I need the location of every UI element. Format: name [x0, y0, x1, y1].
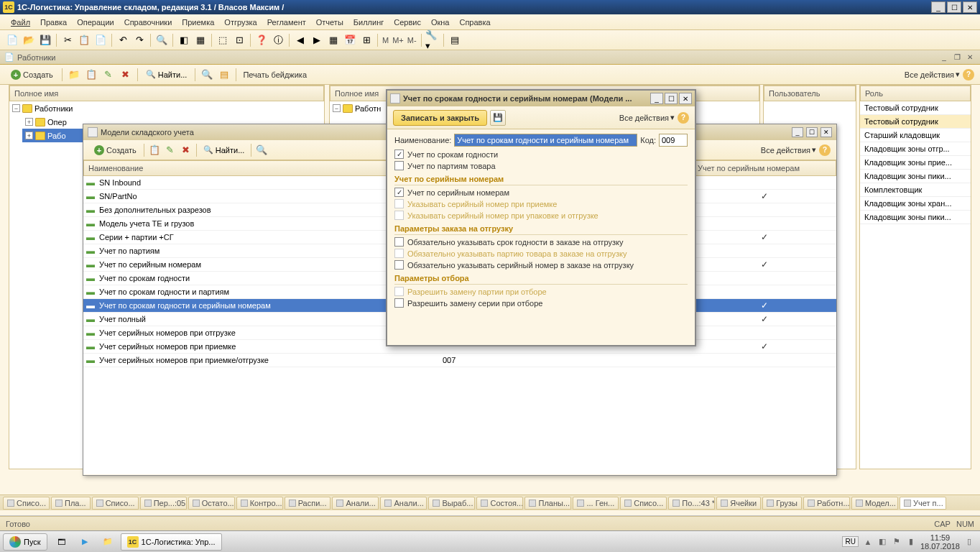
window-tab[interactable]: Состоя... — [476, 497, 523, 510]
menu-windows[interactable]: Окна — [426, 17, 455, 28]
menu-service[interactable]: Сервис — [389, 17, 426, 28]
menu-reports[interactable]: Отчеты — [311, 17, 348, 28]
workers-all-actions[interactable]: Все действия ▾ — [905, 70, 960, 79]
calc-icon[interactable]: ▦ — [325, 32, 341, 48]
models-edit-icon[interactable]: ✎ — [162, 142, 178, 158]
expand-icon[interactable]: + — [25, 132, 33, 139]
menu-shipping[interactable]: Отгрузка — [219, 17, 262, 28]
tool-icon-6[interactable]: ▤ — [447, 32, 463, 48]
dialog-all-actions[interactable]: Все действия ▾ — [619, 113, 675, 122]
menu-reglament[interactable]: Регламент — [262, 17, 311, 28]
window-tab[interactable]: Списо... — [92, 497, 139, 510]
window-tab[interactable]: Пер...:05 — [140, 497, 187, 510]
dialog-minimize-icon[interactable]: _ — [650, 93, 663, 104]
role-row[interactable]: Кладовщик зоны отгр... — [860, 142, 971, 156]
nav-fwd-icon[interactable]: ▶ — [309, 32, 325, 48]
menu-file[interactable]: Файл — [6, 17, 35, 28]
info-icon[interactable]: ⓘ — [270, 32, 286, 48]
col-serial-header[interactable]: Учет по серийным номерам — [693, 160, 836, 176]
save-icon[interactable]: 💾 — [37, 32, 53, 48]
code-input[interactable] — [659, 134, 688, 147]
save-close-button[interactable]: Записать и закрыть — [393, 110, 487, 126]
window-tab[interactable]: Учет п... — [900, 497, 946, 510]
role-row[interactable]: Комплектовщик — [860, 183, 971, 197]
role-row[interactable]: Кладовщик зоны хран... — [860, 197, 971, 211]
name-input[interactable] — [454, 134, 637, 147]
minimize-button[interactable]: _ — [931, 1, 946, 13]
window-tab[interactable]: Планы... — [524, 497, 571, 510]
workers-close-icon[interactable]: ✕ — [964, 52, 976, 63]
start-button[interactable]: Пуск — [3, 533, 47, 551]
dialog-help-icon[interactable]: ? — [678, 112, 689, 124]
dialog-close-icon[interactable]: ✕ — [679, 93, 692, 104]
models-minimize-icon[interactable]: _ — [792, 127, 803, 137]
menu-operations[interactable]: Операции — [72, 17, 119, 28]
copy-icon[interactable]: 📋 — [76, 32, 92, 48]
taskbar-pin-3[interactable]: 📁 — [97, 533, 119, 551]
clear-filter-icon[interactable]: 🔍 — [199, 67, 215, 83]
window-tab[interactable]: Списо... — [620, 497, 667, 510]
taskbar-app-1c[interactable]: 1C 1С-Логистика: Упр... — [121, 533, 222, 551]
nav-back-icon[interactable]: ◀ — [292, 32, 308, 48]
tray-network-icon[interactable]: ▮ — [906, 537, 916, 547]
models-clear-filter-icon[interactable]: 🔍 — [254, 142, 269, 158]
chk-serial[interactable]: ✓ — [394, 188, 404, 197]
workers-help-icon[interactable]: ? — [963, 69, 974, 80]
wrench-icon[interactable]: 🔧▾ — [425, 32, 440, 48]
workers-create-button[interactable]: + Создать — [6, 68, 58, 82]
tray-icon-2[interactable]: ◧ — [877, 537, 887, 547]
tray-flag-icon[interactable]: ⚑ — [892, 537, 902, 547]
workers-find-button[interactable]: 🔍 Найти... — [142, 68, 192, 80]
models-close-icon[interactable]: ✕ — [820, 127, 832, 137]
taskbar-pin-2[interactable]: ▶ — [74, 533, 96, 551]
folder-add-icon[interactable]: 📁 — [66, 67, 82, 83]
chk-expiry[interactable]: ✓ — [394, 150, 404, 159]
tool-icon-2[interactable]: ▦ — [193, 32, 208, 48]
window-tab[interactable]: Работн... — [803, 497, 850, 510]
help-icon[interactable]: ❓ — [254, 32, 269, 48]
dialog-header[interactable]: Учет по срокам годности и серийным номер… — [387, 91, 695, 106]
models-delete-icon[interactable]: ✖ — [178, 142, 194, 158]
window-tab[interactable]: Контро... — [236, 497, 283, 510]
print-badge-button[interactable]: Печать бейджика — [240, 69, 310, 80]
window-tab[interactable]: Анали... — [380, 497, 427, 510]
role-row[interactable]: Тестовый сотрудник — [860, 115, 971, 129]
save-disk-button[interactable]: 💾 — [490, 110, 506, 126]
show-desktop[interactable]: ▯ — [964, 537, 974, 547]
chk-order-expiry[interactable] — [394, 237, 404, 247]
menu-catalogs[interactable]: Справочники — [119, 17, 177, 28]
tool-icon-4[interactable]: ⊡ — [231, 32, 247, 48]
models-help-icon[interactable]: ? — [819, 144, 831, 156]
window-tab[interactable]: Анали... — [332, 497, 379, 510]
menu-help[interactable]: Справка — [454, 17, 495, 28]
clock[interactable]: 11:59 18.07.2018 — [920, 533, 960, 551]
models-all-actions[interactable]: Все действия ▾ — [761, 145, 816, 155]
memory-m[interactable]: M — [381, 36, 390, 45]
role-row[interactable]: Тестовый сотрудник — [860, 101, 971, 115]
user-header[interactable]: Пользователь — [764, 86, 856, 101]
list-icon[interactable]: ▤ — [216, 67, 232, 83]
paste-icon[interactable]: 📄 — [93, 32, 108, 48]
calendar-icon[interactable]: 📅 — [342, 32, 358, 48]
redo-icon[interactable]: ↷ — [131, 32, 147, 48]
models-maximize-icon[interactable]: ☐ — [806, 127, 818, 137]
models-copy-icon[interactable]: 📋 — [147, 142, 162, 158]
col-name-header[interactable]: Наименование — [83, 160, 438, 176]
chk-order-serial[interactable] — [394, 260, 404, 270]
window-tab[interactable]: Пла... — [51, 497, 91, 510]
find-icon[interactable]: 🔍 — [154, 32, 170, 48]
window-tab[interactable]: По...:43 * — [668, 497, 715, 510]
window-tab[interactable]: Распи... — [285, 497, 331, 510]
tray-icon-1[interactable]: ▲ — [863, 537, 873, 547]
tree-root[interactable]: − Работники — [9, 101, 324, 115]
maximize-button[interactable]: ☐ — [947, 1, 961, 13]
models-find-button[interactable]: 🔍 Найти... — [199, 144, 249, 156]
memory-mminus[interactable]: M- — [406, 36, 418, 45]
open-icon[interactable]: 📂 — [21, 32, 37, 48]
taskbar-pin-1[interactable]: 🗔 — [51, 533, 73, 551]
dialog-maximize-icon[interactable]: ☐ — [665, 93, 678, 104]
tool-icon-1[interactable]: ◧ — [176, 32, 192, 48]
workers-restore-icon[interactable]: ❐ — [951, 52, 963, 63]
left-tree-header[interactable]: Полное имя — [9, 86, 324, 101]
window-tab[interactable]: Грузы — [762, 497, 802, 510]
